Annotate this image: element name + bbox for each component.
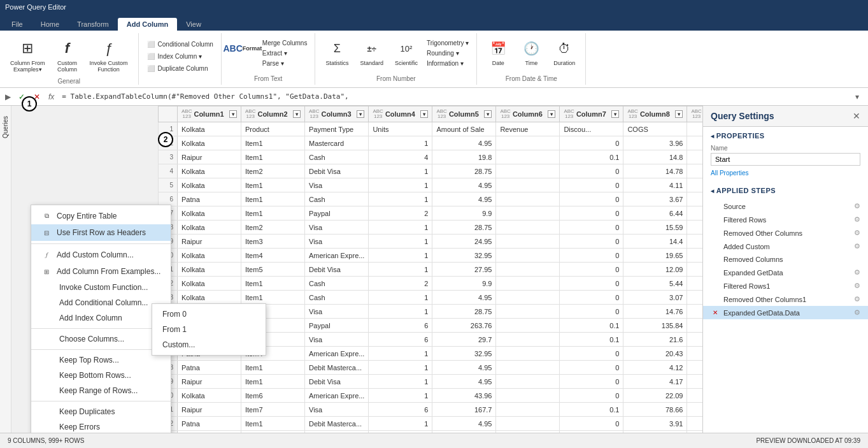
step-gear-icon-expanded-getdata[interactable]: ⚙	[854, 268, 860, 277]
table-row[interactable]: 23KolkataItem1Debit Masterca...14.9503.6	[159, 431, 703, 433]
step-gear-icon-filtered-rows1[interactable]: ⚙	[854, 282, 860, 290]
query-settings-close[interactable]: ✕	[853, 111, 860, 121]
table-row[interactable]: 21RaipurItem7Visa6167.70.178.66	[159, 403, 703, 417]
queries-tab[interactable]: Queries	[1, 111, 10, 143]
table-row[interactable]: 10KolkataItem4American Expre...132.95019…	[159, 249, 703, 263]
col-header-col5[interactable]: ABC123Column5▾	[432, 106, 496, 122]
table-row[interactable]: 19RaipurItem1Debit Visa14.9504.17	[159, 375, 703, 389]
menu-item-choose-columns[interactable]: Choose Columns...	[31, 331, 171, 347]
tab-file[interactable]: File	[3, 18, 32, 31]
col-filter-col2[interactable]: ▾	[293, 110, 301, 118]
formula-chevron-icon[interactable]: ▾	[855, 92, 865, 101]
merge-columns-button[interactable]: Merge Columns	[260, 38, 310, 48]
table-row[interactable]: 11KolkataItem5Debit Visa127.95012.09	[159, 263, 703, 277]
submenu-from0[interactable]: From 0	[152, 307, 266, 322]
name-input[interactable]	[711, 153, 860, 166]
table-row[interactable]: 8KolkataItem2Visa128.75015.59	[159, 220, 703, 235]
col-header-col7[interactable]: ABC123Column7▾	[560, 106, 623, 122]
tab-transform[interactable]: Transform	[68, 18, 118, 31]
col-header-col9[interactable]: ABC123Column9▾	[687, 106, 702, 122]
step-gear-icon-source[interactable]: ⚙	[854, 202, 860, 210]
col-filter-col1[interactable]: ▾	[229, 110, 237, 118]
menu-item-invoke-custom-function[interactable]: Invoke Custom Function...	[31, 280, 171, 295]
table-row[interactable]: 5KolkataItem1Visa14.9504.11	[159, 178, 703, 192]
step-expanded-getdata[interactable]: Expanded GetData⚙	[703, 266, 868, 279]
tab-view[interactable]: View	[177, 18, 210, 31]
rounding-button[interactable]: Rounding ▾	[424, 48, 471, 58]
col-header-col3[interactable]: ABC123Column3▾	[305, 106, 369, 122]
parse-button[interactable]: Parse ▾	[260, 59, 310, 68]
col-filter-col5[interactable]: ▾	[484, 110, 492, 118]
menu-item-add-custom-column[interactable]: 𝑓Add Custom Column...	[31, 247, 171, 263]
standard-button[interactable]: ±÷ Standard	[355, 36, 388, 69]
col-filter-col3[interactable]: ▾	[357, 110, 364, 118]
formula-check-icon[interactable]: ✓	[15, 90, 28, 103]
col-header-col6[interactable]: ABC123Column6▾	[496, 106, 560, 122]
table-row[interactable]: 4KolkataItem2Debit Visa128.75014.78	[159, 164, 703, 178]
date-button[interactable]: 📅 Date	[482, 36, 514, 69]
menu-item-keep-errors[interactable]: Keep Errors	[31, 419, 171, 433]
table-row[interactable]: 7KolkataItem1Paypal29.906.44	[159, 206, 703, 220]
formula-input[interactable]: = Table.ExpandTableColumn(#"Removed Othe…	[59, 91, 853, 102]
statistics-button[interactable]: Σ Statistics	[320, 36, 353, 69]
menu-item-keep-duplicates[interactable]: Keep Duplicates	[31, 404, 171, 419]
step-removed-columns[interactable]: Removed Columns	[703, 253, 868, 266]
step-source[interactable]: Source⚙	[703, 199, 868, 213]
col-header-col1[interactable]: ABC123Column1▾	[178, 106, 241, 122]
duration-button[interactable]: ⏱ Duration	[548, 36, 580, 69]
step-gear-icon-added-custom[interactable]: ⚙	[854, 242, 860, 250]
menu-item-add-index-column[interactable]: Add Index Column▶	[31, 310, 171, 326]
step-gear-icon-removed-other-columns1[interactable]: ⚙	[854, 295, 860, 303]
tab-home[interactable]: Home	[32, 18, 68, 31]
table-row[interactable]: 22PatnaItem1Debit Masterca...14.9503.91	[159, 417, 703, 431]
step-filtered-rows1[interactable]: Filtered Rows1⚙	[703, 279, 868, 293]
table-row[interactable]: 9RaipurItem3Visa124.95014.4	[159, 235, 703, 249]
submenu-from1[interactable]: From 1	[152, 322, 266, 337]
formula-x-icon[interactable]: ✕	[31, 90, 43, 103]
column-from-examples-button[interactable]: ⊞ Column FromExamples▾	[5, 36, 50, 75]
all-properties-link[interactable]: All Properties	[703, 168, 868, 182]
col-filter-col8[interactable]: ▾	[675, 110, 683, 118]
menu-item-copy-entire-table[interactable]: ⧉Copy Entire Table	[31, 208, 171, 224]
formula-expand-icon[interactable]: ▶	[3, 92, 13, 102]
extract-button[interactable]: Extract ▾	[260, 48, 310, 58]
col-filter-col6[interactable]: ▾	[548, 110, 555, 118]
tab-add-column[interactable]: Add Column	[118, 18, 177, 31]
menu-item-add-conditional-column[interactable]: Add Conditional Column...	[31, 295, 171, 310]
conditional-column-button[interactable]: ⬜ Conditional Column	[144, 38, 216, 50]
menu-item-keep-range-of-rows[interactable]: Keep Range of Rows...	[31, 383, 171, 398]
table-row[interactable]: 1KolkataProductPayment TypeUnitsAmount o…	[159, 122, 703, 136]
menu-item-add-column-from-examples[interactable]: ⊞Add Column From Examples...	[31, 263, 171, 280]
step-filtered-rows[interactable]: Filtered Rows⚙	[703, 213, 868, 226]
format-button[interactable]: ABCFormat	[227, 36, 259, 62]
table-row[interactable]: 3RaipurItem1Cash419.80.114.8	[159, 150, 703, 164]
step-added-custom[interactable]: Added Custom⚙	[703, 240, 868, 253]
grid-container[interactable]: ABC123Column1▾ABC123Column2▾ABC123Column…	[158, 106, 702, 433]
scientific-button[interactable]: 10² Scientific	[390, 36, 423, 69]
duplicate-column-button[interactable]: ⬜ Duplicate Column	[144, 62, 216, 74]
step-gear-icon-expanded-getdata-data[interactable]: ⚙	[854, 308, 860, 317]
col-filter-col4[interactable]: ▾	[420, 110, 428, 118]
menu-item-keep-bottom-rows[interactable]: Keep Bottom Rows...	[31, 368, 171, 383]
table-row[interactable]: 6PatnaItem1Cash14.9503.67	[159, 192, 703, 206]
col-header-col8[interactable]: ABC123Column8▾	[623, 106, 687, 122]
menu-item-keep-top-rows[interactable]: Keep Top Rows...	[31, 352, 171, 368]
table-row[interactable]: 18PatnaItem1Debit Masterca...14.9504.12	[159, 361, 703, 375]
col-header-col4[interactable]: ABC123Column4▾	[369, 106, 432, 122]
table-row[interactable]: 12KolkataItem1Cash29.905.44	[159, 277, 703, 291]
table-row[interactable]: 13KolkataItem1Cash14.9503.07	[159, 291, 703, 305]
invoke-custom-function-button[interactable]: ƒ Invoke CustomFunction	[85, 36, 133, 75]
menu-item-use-first-row-as-headers[interactable]: ⊟Use First Row as Headers	[31, 224, 171, 241]
step-removed-other-columns[interactable]: Removed Other Columns⚙	[703, 226, 868, 240]
index-column-button[interactable]: ⬜ Index Column ▾	[144, 50, 216, 62]
trigonometry-button[interactable]: Trigonometry ▾	[424, 38, 471, 48]
col-filter-col7[interactable]: ▾	[611, 110, 619, 118]
time-button[interactable]: 🕐 Time	[515, 36, 547, 69]
step-expanded-getdata-data[interactable]: ✕Expanded GetData.Data⚙	[703, 306, 868, 319]
step-gear-icon-removed-other-columns[interactable]: ⚙	[854, 229, 860, 237]
custom-column-button[interactable]: f CustomColumn	[52, 36, 83, 75]
step-gear-icon-filtered-rows[interactable]: ⚙	[854, 215, 860, 224]
table-row[interactable]: 20KolkataItem6American Expre...143.96022…	[159, 389, 703, 403]
information-button[interactable]: Information ▾	[424, 59, 471, 68]
table-row[interactable]: 2KolkataItem1Mastercard14.9503.96	[159, 136, 703, 150]
